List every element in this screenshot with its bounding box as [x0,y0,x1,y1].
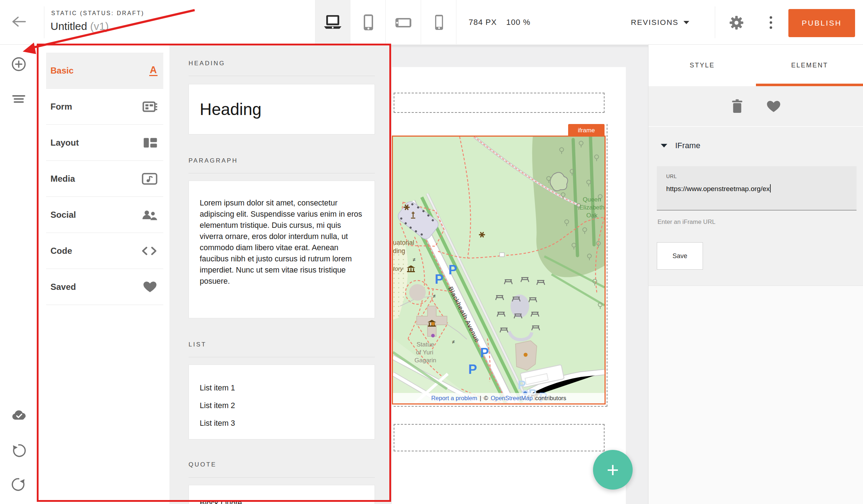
palette-category-label: Media [50,174,75,184]
tab-style[interactable]: STYLE [649,45,756,86]
add-element-button[interactable] [11,56,27,72]
element-card-paragraph[interactable]: Lorem ipsum dolor sit amet, consectetur … [189,181,375,318]
section-label-paragraph: PARAGRAPH [189,157,238,164]
add-block-fab[interactable]: + [593,450,633,490]
element-actions-toolbar [649,86,863,127]
gate-marker: ≠ [452,339,455,345]
undo-button[interactable] [11,443,27,459]
iframe-section-header[interactable]: IFrame [649,128,863,164]
attrib-contributors: contributors [535,395,566,402]
device-tablet-portrait-button[interactable] [350,0,386,45]
left-rail [0,45,37,504]
doc-status: STATIC (STATUS: DRAFT) [51,10,145,17]
palette-category-label: Code [50,246,72,256]
attrib-divider: | [480,395,481,402]
palette-category-social[interactable]: Social [46,197,163,233]
back-button[interactable] [10,14,27,29]
text-cursor [770,184,771,193]
favorite-icon[interactable] [766,100,781,113]
map-label-observatory: tory [393,265,404,272]
chevron-down-icon [683,21,689,24]
parking-icon: P [448,262,457,277]
tablet-landscape-icon [393,14,413,30]
palette-category-basic[interactable]: Basic A [46,53,163,89]
doc-version: (v1) [90,20,109,32]
section-divider [189,173,375,173]
more-options-button[interactable] [766,13,775,32]
device-laptop-button[interactable] [315,0,350,45]
palette-category-label: Layout [50,138,79,148]
phone-icon [429,14,449,30]
palette-category-saved[interactable]: Saved [46,269,163,305]
empty-block-placeholder[interactable] [394,424,605,451]
form-icon [142,101,158,113]
palette-category-label: Saved [50,282,76,292]
memorial-dot [431,322,435,326]
layers-button[interactable] [11,91,27,107]
palette-category-media[interactable]: Media [46,161,163,197]
element-card-quote[interactable]: Block Quote [189,485,375,504]
section-divider [189,357,375,357]
map-attribution: Report a problem | © OpenStreetMap contr… [393,393,605,403]
viewport-info: 784 PX 100 % [469,0,531,45]
osm-link[interactable]: OpenStreetMap [491,395,532,402]
map-label-oak: Oak [586,212,598,219]
settings-button[interactable] [728,14,745,32]
topbar-divider [44,6,44,38]
publish-button[interactable]: PUBLISH [788,9,855,37]
artwork-dot [431,334,435,337]
gear-icon [728,14,745,31]
top-bar: STATIC (STATUS: DRAFT) Untitled (v1) [0,0,863,45]
parking-icon-light: P [518,378,526,392]
map-label-statue: of Yuri [416,349,433,356]
doc-title: Untitled (v1) [50,20,109,32]
code-icon [141,245,158,257]
list-item: List item 3 [200,415,375,432]
gate-marker: ≠ [433,293,436,299]
redo-button[interactable] [11,477,27,492]
doc-title-text: Untitled [50,20,87,32]
inspector-tabs: STYLE ELEMENT [649,45,863,86]
trash-icon[interactable] [731,99,744,114]
map-label-oak: Queen [583,196,601,203]
quote-sample: Block Quote [200,499,242,504]
element-card-list[interactable]: List item 1 List item 2 List item 3 [189,364,375,439]
device-tablet-landscape-button[interactable] [386,0,421,45]
heart-icon [142,280,158,293]
empty-block-placeholder[interactable] [394,93,605,113]
reorder-icon [11,91,27,107]
map-label-building: uatorial [393,239,414,246]
section-divider [189,76,375,76]
iframe-map-element[interactable]: ≠ ≠ ≠ P P P P P P P Queen Elizabeth Oak … [392,136,606,404]
section-label-heading: HEADING [189,60,225,67]
media-icon [142,172,158,185]
tab-element[interactable]: ELEMENT [756,45,863,86]
report-problem-link[interactable]: Report a problem [431,395,477,402]
palette-category-layout[interactable]: Layout [46,125,163,161]
map-label-oak: Elizabeth [579,204,605,211]
palette-category-label: Social [50,210,76,220]
device-preview-switcher [315,0,456,45]
url-helper-text: Enter an iFrame URL [658,218,716,226]
chevron-down-icon [661,144,667,147]
redo-icon [11,477,27,492]
iframe-url-input[interactable]: URL https://www.openstreetmap.org/ex [657,166,857,211]
save-button[interactable]: Save [657,242,703,270]
plus-circle-icon [11,56,27,72]
iframe-block-outline [607,124,607,407]
iframe-element-tag[interactable]: iframe [568,124,605,137]
device-phone-button[interactable] [421,0,456,45]
parking-icon: P [480,345,489,360]
tablet-portrait-icon [358,14,378,30]
revisions-dropdown[interactable]: REVISIONS [631,0,689,45]
inspector-panel: STYLE ELEMENT IFrame URL https://www.ope… [648,45,863,504]
parking-icon: P [468,362,477,377]
text-a-icon: A [149,65,158,76]
element-card-heading[interactable]: Heading [189,84,375,134]
palette-category-code[interactable]: Code [46,233,163,269]
saved-status-button[interactable] [11,409,27,425]
element-list-column: HEADING Heading PARAGRAPH Lorem ipsum do… [169,45,391,504]
palette-category-label: Basic [50,66,74,76]
iframe-block-outline [394,406,607,407]
palette-category-form[interactable]: Form [46,89,163,125]
